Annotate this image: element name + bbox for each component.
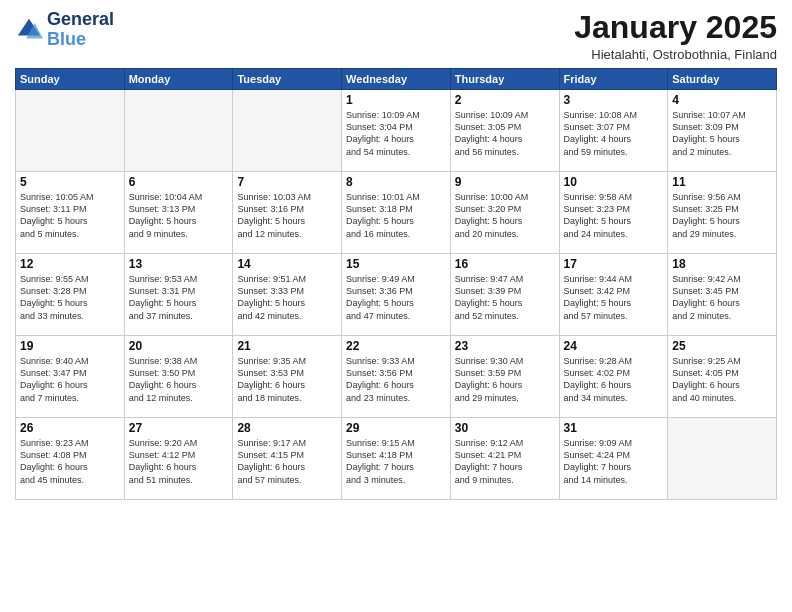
logo: General Blue: [15, 10, 114, 50]
day-number: 4: [672, 93, 772, 107]
table-row: 10Sunrise: 9:58 AM Sunset: 3:23 PM Dayli…: [559, 172, 668, 254]
calendar-table: Sunday Monday Tuesday Wednesday Thursday…: [15, 68, 777, 500]
day-number: 12: [20, 257, 120, 271]
cell-info: Sunrise: 9:47 AM Sunset: 3:39 PM Dayligh…: [455, 273, 555, 322]
cell-info: Sunrise: 9:17 AM Sunset: 4:15 PM Dayligh…: [237, 437, 337, 486]
table-row: 25Sunrise: 9:25 AM Sunset: 4:05 PM Dayli…: [668, 336, 777, 418]
cell-info: Sunrise: 9:40 AM Sunset: 3:47 PM Dayligh…: [20, 355, 120, 404]
cell-info: Sunrise: 9:23 AM Sunset: 4:08 PM Dayligh…: [20, 437, 120, 486]
col-sunday: Sunday: [16, 69, 125, 90]
table-row: 7Sunrise: 10:03 AM Sunset: 3:16 PM Dayli…: [233, 172, 342, 254]
table-row: 6Sunrise: 10:04 AM Sunset: 3:13 PM Dayli…: [124, 172, 233, 254]
day-number: 29: [346, 421, 446, 435]
cell-info: Sunrise: 9:30 AM Sunset: 3:59 PM Dayligh…: [455, 355, 555, 404]
table-row: 17Sunrise: 9:44 AM Sunset: 3:42 PM Dayli…: [559, 254, 668, 336]
calendar-header-row: Sunday Monday Tuesday Wednesday Thursday…: [16, 69, 777, 90]
table-row: 26Sunrise: 9:23 AM Sunset: 4:08 PM Dayli…: [16, 418, 125, 500]
cell-info: Sunrise: 9:35 AM Sunset: 3:53 PM Dayligh…: [237, 355, 337, 404]
day-number: 8: [346, 175, 446, 189]
cell-info: Sunrise: 9:53 AM Sunset: 3:31 PM Dayligh…: [129, 273, 229, 322]
table-row: [16, 90, 125, 172]
cell-info: Sunrise: 9:58 AM Sunset: 3:23 PM Dayligh…: [564, 191, 664, 240]
day-number: 2: [455, 93, 555, 107]
cell-info: Sunrise: 10:09 AM Sunset: 3:04 PM Daylig…: [346, 109, 446, 158]
day-number: 5: [20, 175, 120, 189]
table-row: 28Sunrise: 9:17 AM Sunset: 4:15 PM Dayli…: [233, 418, 342, 500]
table-row: 21Sunrise: 9:35 AM Sunset: 3:53 PM Dayli…: [233, 336, 342, 418]
day-number: 14: [237, 257, 337, 271]
calendar-week-row: 26Sunrise: 9:23 AM Sunset: 4:08 PM Dayli…: [16, 418, 777, 500]
cell-info: Sunrise: 9:56 AM Sunset: 3:25 PM Dayligh…: [672, 191, 772, 240]
calendar-week-row: 5Sunrise: 10:05 AM Sunset: 3:11 PM Dayli…: [16, 172, 777, 254]
table-row: 2Sunrise: 10:09 AM Sunset: 3:05 PM Dayli…: [450, 90, 559, 172]
day-number: 16: [455, 257, 555, 271]
table-row: 20Sunrise: 9:38 AM Sunset: 3:50 PM Dayli…: [124, 336, 233, 418]
cell-info: Sunrise: 10:00 AM Sunset: 3:20 PM Daylig…: [455, 191, 555, 240]
table-row: 24Sunrise: 9:28 AM Sunset: 4:02 PM Dayli…: [559, 336, 668, 418]
day-number: 13: [129, 257, 229, 271]
cell-info: Sunrise: 9:55 AM Sunset: 3:28 PM Dayligh…: [20, 273, 120, 322]
table-row: 16Sunrise: 9:47 AM Sunset: 3:39 PM Dayli…: [450, 254, 559, 336]
title-block: January 2025 Hietalahti, Ostrobothnia, F…: [574, 10, 777, 62]
table-row: 23Sunrise: 9:30 AM Sunset: 3:59 PM Dayli…: [450, 336, 559, 418]
day-number: 22: [346, 339, 446, 353]
logo-text: General Blue: [47, 10, 114, 50]
table-row: 8Sunrise: 10:01 AM Sunset: 3:18 PM Dayli…: [342, 172, 451, 254]
logo-icon: [15, 16, 43, 44]
day-number: 30: [455, 421, 555, 435]
day-number: 26: [20, 421, 120, 435]
calendar-week-row: 12Sunrise: 9:55 AM Sunset: 3:28 PM Dayli…: [16, 254, 777, 336]
table-row: 13Sunrise: 9:53 AM Sunset: 3:31 PM Dayli…: [124, 254, 233, 336]
cell-info: Sunrise: 9:25 AM Sunset: 4:05 PM Dayligh…: [672, 355, 772, 404]
table-row: 11Sunrise: 9:56 AM Sunset: 3:25 PM Dayli…: [668, 172, 777, 254]
day-number: 3: [564, 93, 664, 107]
table-row: [233, 90, 342, 172]
day-number: 24: [564, 339, 664, 353]
cell-info: Sunrise: 9:44 AM Sunset: 3:42 PM Dayligh…: [564, 273, 664, 322]
table-row: 19Sunrise: 9:40 AM Sunset: 3:47 PM Dayli…: [16, 336, 125, 418]
header: General Blue January 2025 Hietalahti, Os…: [15, 10, 777, 62]
table-row: [124, 90, 233, 172]
table-row: 3Sunrise: 10:08 AM Sunset: 3:07 PM Dayli…: [559, 90, 668, 172]
cell-info: Sunrise: 9:15 AM Sunset: 4:18 PM Dayligh…: [346, 437, 446, 486]
day-number: 1: [346, 93, 446, 107]
cell-info: Sunrise: 10:08 AM Sunset: 3:07 PM Daylig…: [564, 109, 664, 158]
cell-info: Sunrise: 10:04 AM Sunset: 3:13 PM Daylig…: [129, 191, 229, 240]
day-number: 19: [20, 339, 120, 353]
day-number: 23: [455, 339, 555, 353]
table-row: 9Sunrise: 10:00 AM Sunset: 3:20 PM Dayli…: [450, 172, 559, 254]
table-row: 31Sunrise: 9:09 AM Sunset: 4:24 PM Dayli…: [559, 418, 668, 500]
col-friday: Friday: [559, 69, 668, 90]
day-number: 18: [672, 257, 772, 271]
table-row: 30Sunrise: 9:12 AM Sunset: 4:21 PM Dayli…: [450, 418, 559, 500]
day-number: 21: [237, 339, 337, 353]
location: Hietalahti, Ostrobothnia, Finland: [574, 47, 777, 62]
cell-info: Sunrise: 9:38 AM Sunset: 3:50 PM Dayligh…: [129, 355, 229, 404]
table-row: 5Sunrise: 10:05 AM Sunset: 3:11 PM Dayli…: [16, 172, 125, 254]
col-tuesday: Tuesday: [233, 69, 342, 90]
table-row: 1Sunrise: 10:09 AM Sunset: 3:04 PM Dayli…: [342, 90, 451, 172]
day-number: 11: [672, 175, 772, 189]
cell-info: Sunrise: 9:20 AM Sunset: 4:12 PM Dayligh…: [129, 437, 229, 486]
day-number: 25: [672, 339, 772, 353]
day-number: 10: [564, 175, 664, 189]
cell-info: Sunrise: 9:12 AM Sunset: 4:21 PM Dayligh…: [455, 437, 555, 486]
cell-info: Sunrise: 10:09 AM Sunset: 3:05 PM Daylig…: [455, 109, 555, 158]
page: General Blue January 2025 Hietalahti, Os…: [0, 0, 792, 612]
col-wednesday: Wednesday: [342, 69, 451, 90]
cell-info: Sunrise: 9:49 AM Sunset: 3:36 PM Dayligh…: [346, 273, 446, 322]
table-row: 29Sunrise: 9:15 AM Sunset: 4:18 PM Dayli…: [342, 418, 451, 500]
cell-info: Sunrise: 10:01 AM Sunset: 3:18 PM Daylig…: [346, 191, 446, 240]
day-number: 6: [129, 175, 229, 189]
table-row: 22Sunrise: 9:33 AM Sunset: 3:56 PM Dayli…: [342, 336, 451, 418]
table-row: 18Sunrise: 9:42 AM Sunset: 3:45 PM Dayli…: [668, 254, 777, 336]
day-number: 28: [237, 421, 337, 435]
calendar-week-row: 1Sunrise: 10:09 AM Sunset: 3:04 PM Dayli…: [16, 90, 777, 172]
col-thursday: Thursday: [450, 69, 559, 90]
table-row: 15Sunrise: 9:49 AM Sunset: 3:36 PM Dayli…: [342, 254, 451, 336]
cell-info: Sunrise: 9:51 AM Sunset: 3:33 PM Dayligh…: [237, 273, 337, 322]
day-number: 15: [346, 257, 446, 271]
col-saturday: Saturday: [668, 69, 777, 90]
cell-info: Sunrise: 9:09 AM Sunset: 4:24 PM Dayligh…: [564, 437, 664, 486]
day-number: 9: [455, 175, 555, 189]
